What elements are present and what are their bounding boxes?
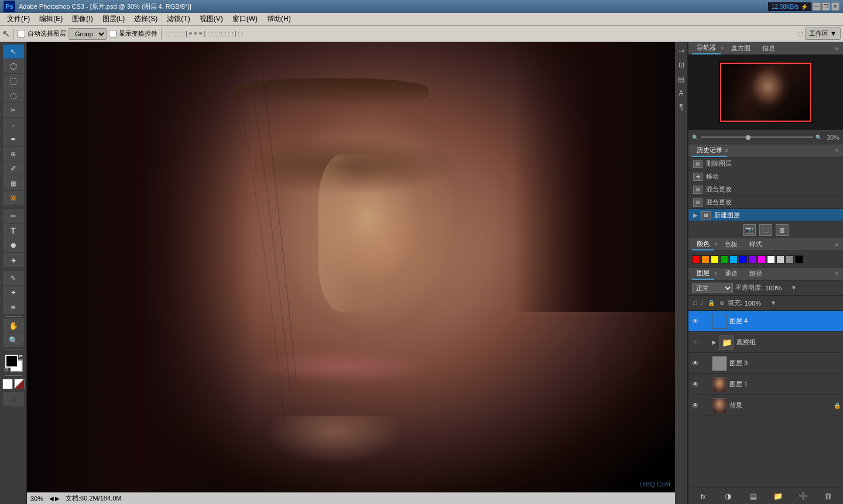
swatch-11[interactable] bbox=[795, 255, 803, 263]
screen-mode[interactable]: ⬛ bbox=[3, 392, 24, 406]
right-tool-3[interactable]: ▤ bbox=[676, 73, 687, 85]
history-item-3[interactable]: ▤ 混合更改 bbox=[688, 196, 843, 209]
workspace-button[interactable]: 工作区 ▼ bbox=[805, 28, 841, 40]
tab-swatches[interactable]: 色板 bbox=[720, 239, 742, 250]
swap-colors-icon[interactable]: ⇄ bbox=[19, 354, 23, 359]
lock-icon-2[interactable]: / bbox=[700, 300, 704, 306]
swatch-8[interactable] bbox=[767, 255, 775, 263]
history-menu[interactable]: ≡ bbox=[834, 148, 839, 154]
swatch-9[interactable] bbox=[776, 255, 784, 263]
tool-dodge[interactable]: 🔅 bbox=[3, 191, 24, 205]
layers-fx-btn[interactable]: fx bbox=[697, 491, 710, 502]
menu-window[interactable]: 窗口(W) bbox=[228, 13, 262, 25]
swatch-7[interactable] bbox=[758, 255, 766, 263]
layer-expand-1[interactable]: ▶ bbox=[712, 339, 717, 345]
tab-styles[interactable]: 样式 bbox=[745, 239, 767, 250]
menu-layer[interactable]: 图层(L) bbox=[98, 13, 130, 25]
menu-edit[interactable]: 编辑(E) bbox=[35, 13, 67, 25]
tool-shape[interactable]: ◈ bbox=[3, 253, 24, 267]
layer-item-4[interactable]: 👁 背景 🔒 bbox=[688, 395, 843, 416]
history-item-0[interactable]: ▤ 删除图层 bbox=[688, 157, 843, 170]
tool-lasso[interactable]: ⬡ bbox=[3, 59, 24, 73]
layer-item-2[interactable]: 👁 图层 3 bbox=[688, 353, 843, 374]
layer-item-3[interactable]: 👁 图层 1 bbox=[688, 374, 843, 395]
show-transform-checkbox[interactable] bbox=[109, 30, 116, 37]
layers-delete-btn[interactable]: 🗑 bbox=[822, 491, 835, 502]
auto-select-checkbox[interactable] bbox=[18, 30, 25, 37]
tool-eyedropper[interactable]: ✦ bbox=[3, 286, 24, 300]
tab-info[interactable]: 信息 bbox=[758, 43, 780, 54]
zoom-slider[interactable] bbox=[701, 136, 813, 138]
history-delete-btn[interactable]: 🗑 bbox=[776, 224, 789, 236]
swatch-5[interactable] bbox=[739, 255, 747, 263]
tool-crop[interactable]: ✂ bbox=[3, 103, 24, 117]
layer-eye-1[interactable]: 👁 bbox=[691, 338, 700, 347]
history-item-1[interactable]: ➜ 移动 bbox=[688, 170, 843, 183]
group-select[interactable]: Group Layer bbox=[68, 28, 107, 40]
history-item-2[interactable]: ▤ 混合更改 bbox=[688, 183, 843, 196]
tool-icon[interactable]: ↖ bbox=[2, 28, 10, 39]
right-tool-1[interactable]: ⇢ bbox=[676, 44, 687, 57]
tool-text[interactable]: T bbox=[3, 224, 24, 238]
maximize-button[interactable]: ❐ bbox=[822, 2, 830, 11]
nav-prev-arrow[interactable]: ◀ bbox=[49, 495, 54, 502]
tool-zoom[interactable]: 🔍 bbox=[3, 333, 24, 347]
swatch-6[interactable] bbox=[748, 255, 756, 263]
tool-select-rect[interactable]: ⬚ bbox=[3, 74, 24, 88]
tool-pen[interactable]: ✏ bbox=[3, 209, 24, 223]
layers-tab-close[interactable]: × bbox=[714, 270, 718, 277]
tool-move[interactable]: ↖ bbox=[3, 44, 24, 59]
nav-next-arrow[interactable]: ▶ bbox=[55, 495, 60, 502]
history-snapshot-btn[interactable]: 📷 bbox=[743, 224, 756, 236]
blend-mode-select[interactable]: 正常 溶解 正片叠底 滤色 bbox=[692, 283, 733, 293]
standard-mode[interactable] bbox=[2, 379, 13, 389]
tab-color[interactable]: 颜色 bbox=[692, 238, 714, 251]
layers-new-btn[interactable]: ➕ bbox=[797, 491, 810, 502]
menu-image[interactable]: 图像(I) bbox=[67, 13, 97, 25]
tool-patch[interactable]: ⬦ bbox=[3, 118, 24, 132]
menu-file[interactable]: 文件(F) bbox=[2, 13, 35, 25]
tab-navigator[interactable]: 导航器 bbox=[692, 42, 721, 54]
tab-layers[interactable]: 图层 bbox=[692, 268, 714, 280]
layers-mask-btn[interactable]: ◑ bbox=[722, 491, 735, 502]
layer-item-0[interactable]: 👁 图层 4 bbox=[688, 311, 843, 332]
close-button[interactable]: ✕ bbox=[831, 2, 839, 11]
swatch-1[interactable] bbox=[701, 255, 710, 263]
layer-item-1[interactable]: 👁 ▶ 📁 观察组 bbox=[688, 332, 843, 353]
tool-brush[interactable]: ✒ bbox=[3, 132, 24, 146]
lock-icon-1[interactable]: □ bbox=[692, 300, 698, 306]
navigator-tab-close[interactable]: × bbox=[721, 45, 724, 52]
layer-eye-3[interactable]: 👁 bbox=[691, 380, 700, 389]
tool-eraser[interactable]: ✐ bbox=[3, 162, 24, 176]
history-item-4[interactable]: ▶ ▤ 新建图层 bbox=[688, 209, 843, 221]
layer-eye-0[interactable]: 👁 bbox=[691, 317, 700, 326]
swatch-10[interactable] bbox=[786, 255, 794, 263]
menu-help[interactable]: 帮助(H) bbox=[262, 13, 296, 25]
tab-history[interactable]: 历史记录 bbox=[692, 145, 727, 157]
right-tool-4[interactable]: A bbox=[676, 87, 687, 100]
layer-eye-4[interactable]: 👁 bbox=[691, 401, 700, 410]
swatch-3[interactable] bbox=[720, 255, 728, 263]
tool-measure[interactable]: ≋ bbox=[3, 300, 24, 314]
right-tool-5[interactable]: ¶ bbox=[676, 101, 687, 114]
tool-hand[interactable]: ✋ bbox=[3, 318, 24, 332]
quickmask-mode[interactable] bbox=[14, 379, 25, 389]
tool-gradient[interactable]: ▦ bbox=[3, 176, 24, 190]
default-colors-icon[interactable]: ⊡ bbox=[4, 367, 8, 372]
menu-view[interactable]: 视图(V) bbox=[195, 13, 228, 25]
right-tool-2[interactable]: ⊡ bbox=[676, 59, 687, 71]
tab-paths[interactable]: 路径 bbox=[745, 268, 767, 279]
swatch-4[interactable] bbox=[729, 255, 738, 263]
layers-menu[interactable]: ≡ bbox=[834, 270, 839, 277]
menu-select[interactable]: 选择(S) bbox=[129, 13, 162, 25]
minimize-button[interactable]: — bbox=[813, 2, 821, 11]
tab-histogram[interactable]: 直方图 bbox=[727, 43, 755, 54]
tool-clone[interactable]: ⊕ bbox=[3, 147, 24, 161]
opacity-arrow[interactable]: ▼ bbox=[791, 284, 797, 291]
layers-adj-btn[interactable]: ▤ bbox=[747, 491, 760, 502]
layers-group-btn[interactable]: 📁 bbox=[772, 491, 784, 502]
fill-arrow[interactable]: ▼ bbox=[770, 300, 776, 306]
lock-icon-4[interactable]: ⊕ bbox=[718, 300, 725, 306]
tool-annotations[interactable]: ✎ bbox=[3, 271, 24, 285]
tool-lasso2[interactable]: ◌ bbox=[3, 88, 24, 102]
